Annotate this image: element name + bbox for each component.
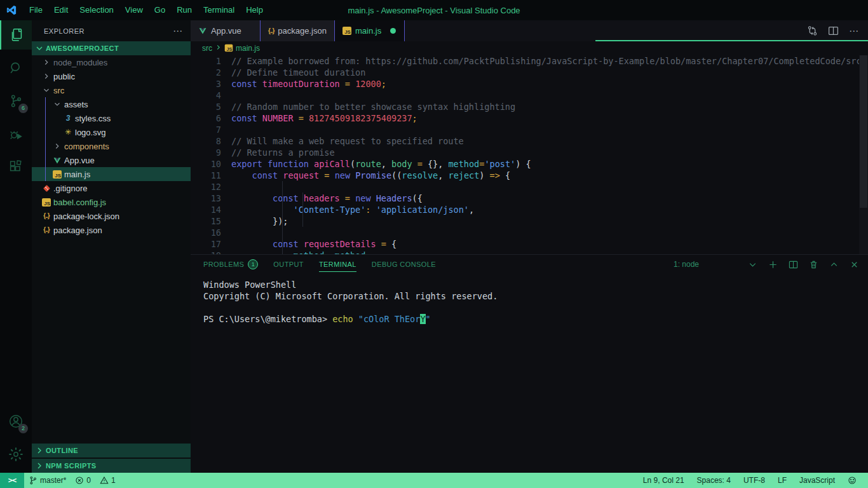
panel-tab-debug-console[interactable]: DEBUG CONSOLE xyxy=(372,255,436,274)
tree-item-styles-css[interactable]: 3styles.css xyxy=(32,111,191,125)
tree-item-components[interactable]: components xyxy=(32,139,191,153)
tree-item-label: src xyxy=(53,86,64,95)
tree-item-label: babel.config.js xyxy=(53,198,106,207)
chevron-right-icon xyxy=(34,445,44,456)
section-header-npm-scripts[interactable]: NPM SCRIPTS xyxy=(32,459,191,473)
sidebar-bottom-sections: OUTLINENPM SCRIPTS xyxy=(32,442,191,473)
terminal-output[interactable]: Windows PowerShellCopyright (C) Microsof… xyxy=(191,274,868,325)
tab-package-json[interactable]: {..}package.json xyxy=(261,20,335,41)
chevron-right-icon xyxy=(34,461,44,471)
vscode-window: FileEditSelectionViewGoRunTerminalHelp m… xyxy=(0,0,868,488)
errors-status[interactable]: 0 xyxy=(71,473,95,488)
tree-item-label: App.vue xyxy=(64,156,95,165)
activity-accounts[interactable]: 2 xyxy=(0,407,32,436)
line-number: 7 xyxy=(191,124,221,135)
section-header-project[interactable]: AWESOMEPROJECT xyxy=(32,41,191,55)
status-utf-8[interactable]: UTF-8 xyxy=(737,473,771,488)
menu-run[interactable]: Run xyxy=(171,0,198,20)
warnings-status[interactable]: 1 xyxy=(95,473,120,488)
tree-item-label: public xyxy=(53,72,75,81)
tree-item-node-modules[interactable]: node_modules xyxy=(32,55,191,69)
menu-terminal[interactable]: Terminal xyxy=(198,0,240,20)
menu-file[interactable]: File xyxy=(24,0,48,20)
vscode-logo-icon xyxy=(6,4,17,16)
menu-selection[interactable]: Selection xyxy=(74,0,119,20)
tree-item-src[interactable]: src xyxy=(32,83,191,97)
tab-app-vue[interactable]: App.vue xyxy=(191,20,261,41)
tree-item-package-lock-json[interactable]: {..}package-lock.json xyxy=(32,209,191,223)
code-editor[interactable]: 1// Example borrowed from: https://githu… xyxy=(191,55,868,254)
open-changes-icon[interactable] xyxy=(807,25,818,36)
indent-guide xyxy=(302,193,303,227)
menu-go[interactable]: Go xyxy=(149,0,171,20)
tree-item-assets[interactable]: assets xyxy=(32,97,191,111)
tree-item-gitignore[interactable]: .gitignore xyxy=(32,181,191,195)
activity-settings[interactable] xyxy=(0,440,32,469)
menu-edit[interactable]: Edit xyxy=(48,0,74,20)
chevron-down-icon[interactable] xyxy=(748,260,757,269)
split-editor-icon[interactable] xyxy=(828,25,839,36)
unsaved-dot-icon[interactable] xyxy=(390,28,396,34)
tree-item-label: package.json xyxy=(53,226,102,235)
status-ln-9[interactable]: Ln 9, Col 21 xyxy=(637,473,691,488)
tab-main-js[interactable]: JSmain.js xyxy=(335,20,405,41)
kill-terminal-icon[interactable] xyxy=(809,260,818,269)
js-file-icon: JS xyxy=(225,44,233,52)
activity-search[interactable] xyxy=(0,53,32,83)
line-number: 16 xyxy=(191,227,221,238)
status-javascript[interactable]: JavaScript xyxy=(793,473,841,488)
status-spaces[interactable]: Spaces: 4 xyxy=(691,473,737,488)
tree-item-label: main.js xyxy=(64,170,90,179)
debug-icon xyxy=(8,126,24,142)
status-lf[interactable]: LF xyxy=(771,473,793,488)
json-file-icon: {..} xyxy=(268,28,274,34)
split-terminal-icon[interactable] xyxy=(789,260,798,269)
editor-scrollbar[interactable] xyxy=(859,55,868,254)
code-line-16: 16 xyxy=(191,227,868,238)
menu-view[interactable]: View xyxy=(119,0,149,20)
explorer-more-actions-icon[interactable]: ⋯ xyxy=(173,25,183,37)
code-line-13: 13 const headers = new Headers({ xyxy=(191,193,868,204)
panel-tab-terminal[interactable]: TERMINAL xyxy=(319,255,356,274)
activity-run-debug[interactable] xyxy=(0,119,32,149)
menu-help[interactable]: Help xyxy=(240,0,269,20)
tree-item-logo-svg[interactable]: ✳logo.svg xyxy=(32,125,191,139)
tree-item-label: assets xyxy=(64,100,88,109)
js-file-icon: JS xyxy=(53,170,62,179)
git-branch-status[interactable]: master* xyxy=(24,473,71,488)
tree-item-package-json[interactable]: {..}package.json xyxy=(32,223,191,237)
breadcrumb: srcJSmain.js xyxy=(191,41,868,55)
code-line-18: 18 method: method, xyxy=(191,250,868,254)
terminal-cursor: Y xyxy=(420,314,425,324)
maximize-panel-icon[interactable] xyxy=(829,260,839,269)
activity-explorer[interactable] xyxy=(0,20,32,50)
tree-item-app-vue[interactable]: App.vue xyxy=(32,153,191,167)
tree-item-public[interactable]: public xyxy=(32,69,191,83)
panel-tab-problems[interactable]: PROBLEMS1 xyxy=(203,255,258,274)
activity-extensions[interactable] xyxy=(0,152,32,182)
editor-more-actions-icon[interactable]: ⋯ xyxy=(849,25,859,37)
line-number: 17 xyxy=(191,238,221,250)
feedback-smiley-icon[interactable] xyxy=(841,473,863,488)
line-number: 4 xyxy=(191,90,221,101)
breadcrumb-separator-icon xyxy=(215,44,222,53)
json-file-icon: {..} xyxy=(43,227,49,233)
tab-label: main.js xyxy=(355,26,381,36)
panel-tab-output[interactable]: OUTPUT xyxy=(273,255,304,274)
code-line-1: 1// Example borrowed from: https://githu… xyxy=(191,55,868,67)
section-header-outline[interactable]: OUTLINE xyxy=(32,444,191,458)
activity-bar: 62 xyxy=(0,20,32,473)
activity-source-control[interactable]: 6 xyxy=(0,86,32,116)
tree-item-main-js[interactable]: JSmain.js xyxy=(32,167,191,181)
line-number: 1 xyxy=(191,55,221,67)
terminal-selector[interactable]: 1: node xyxy=(674,260,699,269)
tree-item-babel-config-js[interactable]: JSbabel.config.js xyxy=(32,195,191,209)
breadcrumb-item-main-js[interactable]: main.js xyxy=(236,44,260,53)
remote-indicator[interactable]: >< xyxy=(0,473,24,488)
new-terminal-icon[interactable] xyxy=(768,260,778,269)
code-line-15: 15 }); xyxy=(191,215,868,227)
explorer-title: EXPLORER xyxy=(44,27,85,35)
problems-badge: 1 xyxy=(248,259,258,269)
breadcrumb-item-src[interactable]: src xyxy=(202,44,212,53)
close-panel-icon[interactable] xyxy=(850,260,859,269)
